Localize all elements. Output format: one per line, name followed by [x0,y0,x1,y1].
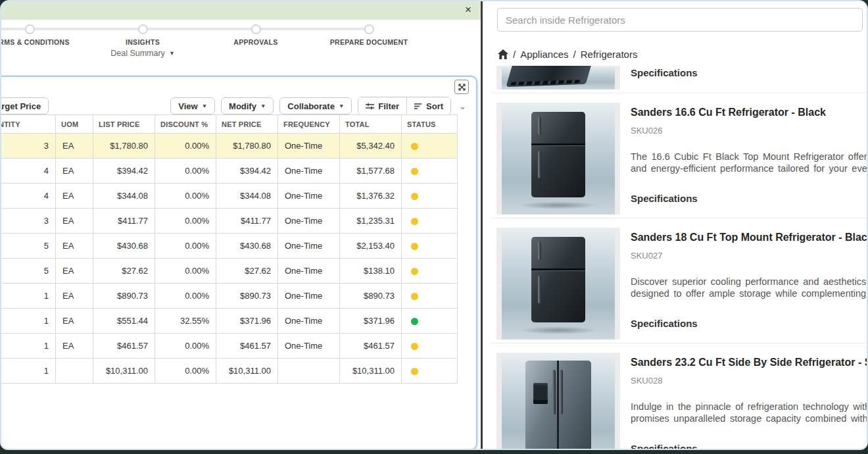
product-sku: SKU026 [631,126,868,136]
table-row[interactable]: 1 EA $461.57 0.00% $461.57 One-Time $461… [0,334,458,359]
status-indicator [411,243,418,250]
modify-dropdown-button[interactable]: Modify ▼ [221,97,274,114]
product-sku: SKU028 [631,376,868,386]
search-input[interactable] [497,8,863,32]
step-label-approvals[interactable]: APPROVALS [233,38,277,46]
product-image [496,103,620,214]
product-description: The 16.6 Cubic Ft Black Top Mount Refrig… [631,151,868,174]
caret-down-icon: ▼ [339,103,344,109]
column-header-total[interactable]: TOTAL [340,115,402,134]
breadcrumb-item-refrigerators[interactable]: Refrigerators [581,49,638,60]
caret-down-icon: ▼ [260,103,266,109]
refrigerator-photo [531,237,585,322]
collaborate-dropdown-button[interactable]: Collaborate ▼ [279,97,352,114]
status-indicator [411,318,418,325]
table-row[interactable]: 5 EA $27.62 0.00% $27.62 One-Time $138.1… [0,259,458,284]
caret-down-icon: ▼ [202,103,207,109]
stepper-track [0,28,369,30]
filter-button[interactable]: Filter [358,97,406,114]
quote-workspace-panel: × TERMS & CONDITIONSINSIGHTSDeal Summary… [1,1,481,449]
home-icon[interactable] [498,49,508,59]
quote-line-items-dialog: Target Price View ▼ Modify ▼ Collaborate… [0,76,477,450]
quote-line-items-table: QUANTITYUOMLIST PRICEDISCOUNT %NET PRICE… [0,114,458,384]
product-card[interactable]: Sanders 16.6 Cu Ft Refrigerator - Black … [491,99,868,218]
view-dropdown-button[interactable]: View ▼ [170,97,215,114]
app-window: × TERMS & CONDITIONSINSIGHTSDeal Summary… [0,0,868,450]
product-card[interactable]: Sanders 23.2 Cu Ft Side By Side Refriger… [491,349,868,450]
filter-label: Filter [378,101,399,111]
column-header-frequency[interactable]: FREQUENCY [278,115,340,134]
column-header-uom[interactable]: UOM [56,115,93,134]
specifications-link[interactable]: Specifications [631,443,868,450]
product-card-partial[interactable]: Specifications [491,63,868,93]
sort-button[interactable]: Sort [406,97,450,114]
target-price-label: Target Price [0,101,41,111]
workflow-stepper: TERMS & CONDITIONSINSIGHTSDeal Summary▼A… [1,20,481,72]
status-indicator [411,268,418,275]
refrigerator-photo [525,361,591,450]
table-row[interactable]: 4 EA $344.08 0.00% $344.08 One-Time $1,3… [0,184,458,209]
target-price-button[interactable]: Target Price [0,97,49,114]
sort-icon [414,103,422,110]
column-header-status[interactable]: STATUS [402,115,458,134]
collaborate-label: Collaborate [287,101,335,111]
table-row[interactable]: 1 $10,311.00 0.00% $10,311.00 $10,311.00 [0,359,458,384]
product-description: Indulge in the pinnacle of refrigeration… [631,401,868,424]
product-image [496,228,620,340]
caret-down-icon: ▼ [169,50,175,57]
refrigerator-photo-partial [506,66,592,87]
refrigerator-photo [531,112,585,197]
breadcrumb: / Appliances / Refrigerators [498,47,637,61]
expand-icon[interactable] [454,80,469,94]
product-title[interactable]: Sanders 18 Cu Ft Top Mount Refrigerator … [631,232,868,243]
status-indicator [411,343,418,350]
step-label-prepare-document[interactable]: PREPARE DOCUMENT [330,38,408,46]
step-circle[interactable] [25,24,35,34]
status-indicator [411,168,418,175]
specifications-link[interactable]: Specifications [631,318,868,329]
product-image [496,353,620,450]
step-sublabel-dropdown[interactable]: Deal Summary▼ [110,49,175,58]
sort-label: Sort [426,101,443,111]
breadcrumb-separator: / [573,49,576,60]
specifications-link[interactable]: Specifications [631,193,868,204]
step-circle[interactable] [364,24,374,34]
table-row[interactable]: 3 EA $411.77 0.00% $411.77 One-Time $1,2… [0,209,458,234]
step-circle[interactable] [251,24,261,34]
modify-label: Modify [229,101,256,111]
column-header-net-price[interactable]: NET PRICE [216,115,278,134]
product-card[interactable]: Sanders 18 Cu Ft Top Mount Refrigerator … [491,224,868,343]
table-row[interactable]: 1 EA $551.44 32.55% $371.96 One-Time $37… [0,309,458,334]
column-header-quantity[interactable]: QUANTITY [0,115,56,134]
column-header-discount-[interactable]: DISCOUNT % [155,115,216,134]
breadcrumb-separator: / [513,49,516,60]
table-row[interactable]: 4 EA $394.42 0.00% $394.42 One-Time $1,5… [0,159,458,184]
step-circle[interactable] [138,24,148,34]
workflow-header-bar: × [1,1,481,20]
status-indicator [411,293,418,300]
quote-table-container: QUANTITYUOMLIST PRICEDISCOUNT %NET PRICE… [0,114,457,384]
filter-icon [366,102,374,110]
breadcrumb-item-appliances[interactable]: Appliances [520,49,568,60]
status-indicator [411,368,418,375]
product-sku: SKU027 [631,251,868,261]
table-row[interactable]: 3 EA $1,780.80 0.00% $1,780.80 One-Time … [0,134,458,159]
product-image [496,66,620,89]
quote-toolbar: Target Price View ▼ Modify ▼ Collaborate… [0,96,476,116]
quote-table-header-row: QUANTITYUOMLIST PRICEDISCOUNT %NET PRICE… [0,115,458,134]
filter-sort-button-group: Filter Sort [358,97,451,115]
column-header-list-price[interactable]: LIST PRICE [93,115,155,134]
status-indicator [411,193,418,200]
product-title[interactable]: Sanders 16.6 Cu Ft Refrigerator - Black [631,107,868,118]
step-label-terms-conditions[interactable]: TERMS & CONDITIONS [0,38,70,46]
catalog-panel: / Appliances / Refrigerators Specificati… [483,1,867,449]
specifications-link[interactable]: Specifications [631,67,868,78]
table-row[interactable]: 5 EA $430.68 0.00% $430.68 One-Time $2,1… [0,234,458,259]
table-row[interactable]: 1 EA $890.73 0.00% $890.73 One-Time $890… [0,284,458,309]
product-list: Specifications Sanders 16.6 Cu Ft Refrig… [483,63,868,450]
close-icon[interactable]: × [461,3,475,17]
product-title[interactable]: Sanders 23.2 Cu Ft Side By Side Refriger… [631,357,868,368]
status-indicator [411,218,418,225]
step-label-insights[interactable]: INSIGHTS [126,38,160,46]
chevron-down-icon[interactable]: ⌄ [457,101,468,111]
